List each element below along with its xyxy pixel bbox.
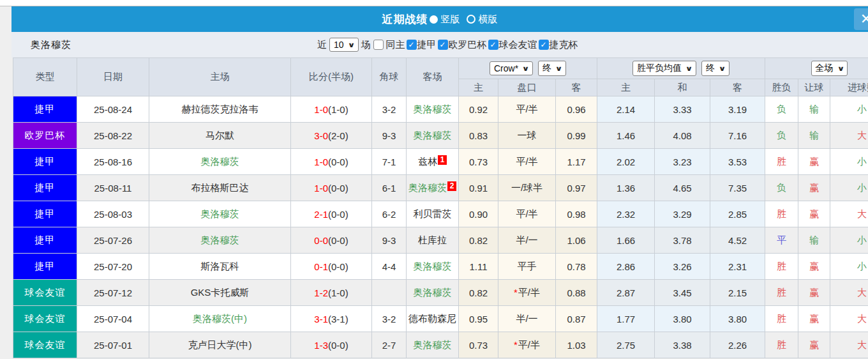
avg-away: 3.80 xyxy=(710,306,765,332)
avg-draw: 3.33 xyxy=(655,96,710,123)
avg-home: 1.36 xyxy=(597,175,655,201)
score-cell: 1-0(0-0) xyxy=(291,149,372,175)
subcol-odds-away: 客 xyxy=(556,79,597,96)
competition-label: 球会友谊 xyxy=(499,39,537,51)
result-winloss: 胜 xyxy=(765,306,798,332)
radio-horizontal-layout[interactable] xyxy=(467,15,475,24)
subcol-handicap: 让球 xyxy=(798,79,830,96)
odds-away: 1.17 xyxy=(556,149,597,175)
score-fulltime: 1-0 xyxy=(314,104,328,115)
score-halftime: (0-0) xyxy=(328,340,348,351)
result-winloss: 胜 xyxy=(765,254,798,280)
odds-home: 0.90 xyxy=(459,201,498,227)
odds-home: 0.82 xyxy=(459,280,498,306)
home-team: 布拉格斯巴达 xyxy=(149,175,291,201)
home-team: 赫拉德茨克拉洛韦 xyxy=(149,96,291,123)
same-home-checkbox[interactable] xyxy=(373,40,384,50)
competition-checkbox[interactable]: ✓ xyxy=(438,40,448,50)
radio-vertical-layout[interactable] xyxy=(430,15,438,24)
col-header-score: 比分(半场) xyxy=(291,58,372,96)
subcol-avg-away: 客 xyxy=(710,79,765,96)
odds-line-text: 平/半 xyxy=(516,208,537,219)
odds-away: 1.06 xyxy=(556,227,597,254)
score-halftime: (1-0) xyxy=(328,104,348,115)
score-halftime: (3-1) xyxy=(328,314,348,325)
corner-score: 9-3 xyxy=(372,227,407,254)
avg-home: 2.87 xyxy=(597,280,655,306)
avg-away: 4.52 xyxy=(710,227,765,254)
table-row: 捷甲 25-07-20 斯洛瓦科 0-1(0-0) 4-4 奥洛穆茨 1.11 … xyxy=(13,254,868,280)
odds-line-text: 半/一 xyxy=(516,234,537,245)
competition-checkbox[interactable]: ✓ xyxy=(539,40,549,50)
type-badge: 捷甲 xyxy=(13,96,77,123)
home-team: 克卢日大学(中) xyxy=(149,332,291,358)
score-halftime: (2-0) xyxy=(328,130,348,141)
competition-checkbox[interactable]: ✓ xyxy=(488,40,498,50)
odds-line: 平/半 xyxy=(498,96,556,123)
odds-home: 0.73 xyxy=(459,149,498,175)
match-date: 25-07-20 xyxy=(77,254,149,280)
result-winloss: 平 xyxy=(765,227,798,254)
away-team: 杜库拉 xyxy=(407,227,459,254)
avg-draw: 3.26 xyxy=(655,254,710,280)
result-group-header: 全场∨ xyxy=(765,58,868,79)
result-scope-select[interactable]: 全场∨ xyxy=(811,61,848,76)
red-card-badge: 2 xyxy=(447,181,456,191)
result-winloss: 胜 xyxy=(765,332,798,358)
close-button[interactable]: ✕ xyxy=(854,8,868,30)
result-winloss: 胜 xyxy=(765,149,798,175)
odds-away: 0.87 xyxy=(556,306,597,332)
match-date: 25-07-01 xyxy=(77,332,149,358)
page-top-strip xyxy=(0,0,868,6)
chevron-down-icon: ∨ xyxy=(522,65,530,73)
avg-draw: 3.38 xyxy=(655,332,710,358)
filter-bar: 奥洛穆茨 近 10∨ 场 同主 ✓ 捷甲 ✓ 欧罗巴杯 ✓ 球会友谊 ✓ 捷克杯 xyxy=(11,32,868,57)
avg-draw: 4.65 xyxy=(655,175,710,201)
odds-line: 一/球半 xyxy=(498,175,556,201)
avg-metric-select[interactable]: 胜平负均值∨ xyxy=(632,61,696,76)
col-header-date: 日期 xyxy=(77,58,149,96)
result-handicap: 赢 xyxy=(798,201,830,227)
avg-home: 1.77 xyxy=(597,306,655,332)
odds-line: 平手 xyxy=(498,254,556,280)
avg-home: 2.75 xyxy=(597,332,655,358)
away-team-name: 奥洛穆茨 xyxy=(414,339,452,350)
away-team: 奥洛穆茨 xyxy=(407,254,459,280)
corner-score: 6-1 xyxy=(372,175,407,201)
score-fulltime: 3-1 xyxy=(314,314,328,325)
away-team-name: 奥洛穆茨 xyxy=(414,287,452,298)
score-cell: 1-3(0-0) xyxy=(291,332,372,358)
recent-results-dialog: 近期战绩 竖版 横版 ✕ 奥洛穆茨 近 10∨ 场 同主 ✓ 捷甲 ✓ 欧罗巴杯… xyxy=(11,6,868,358)
type-badge: 捷甲 xyxy=(13,254,77,280)
avg-home: 2.14 xyxy=(597,96,655,123)
avg-home: 1.66 xyxy=(597,227,655,254)
away-team: 奥洛穆茨 xyxy=(407,280,459,306)
result-handicap: 赢 xyxy=(798,175,830,201)
odds-home: 1.11 xyxy=(459,254,498,280)
result-handicap: 赢 xyxy=(798,306,830,332)
col-header-away: 客场 xyxy=(407,58,459,96)
score-fulltime: 1-0 xyxy=(314,183,328,194)
odds-company-select[interactable]: Crow*∨ xyxy=(490,61,533,75)
table-row: 欧罗巴杯 25-08-22 马尔默 3-0(2-0) 9-3 奥洛穆茨 0.83… xyxy=(13,123,868,149)
avg-state-select[interactable]: 终∨ xyxy=(701,61,730,76)
competition-checkbox[interactable]: ✓ xyxy=(407,40,417,50)
score-halftime: (0-0) xyxy=(328,261,348,272)
result-goals: 小 xyxy=(830,254,868,280)
score-halftime: (0-0) xyxy=(328,235,348,246)
corner-score: 2-7 xyxy=(372,332,407,358)
table-row: 球会友谊 25-07-01 克卢日大学(中) 1-3(0-0) 2-7 奥洛穆茨… xyxy=(13,332,868,358)
match-count-select[interactable]: 10∨ xyxy=(329,38,359,52)
odds-line: 一球 xyxy=(498,123,556,149)
chevron-down-icon: ∨ xyxy=(837,65,844,73)
result-handicap: 输 xyxy=(798,96,830,123)
away-team-name: 德布勒森尼 xyxy=(408,313,456,324)
competition-filter-item: ✓ 球会友谊 xyxy=(487,39,537,51)
home-team: GKS卡托威斯 xyxy=(149,280,291,306)
score-cell: 1-2(1-0) xyxy=(291,280,372,306)
odds-state-select[interactable]: 终∨ xyxy=(538,61,566,76)
result-goals: 大 xyxy=(830,123,868,149)
competition-label: 捷克杯 xyxy=(550,39,578,51)
odds-line-text: 平/半 xyxy=(516,156,537,167)
odds-line-text: 半/一 xyxy=(516,313,537,324)
